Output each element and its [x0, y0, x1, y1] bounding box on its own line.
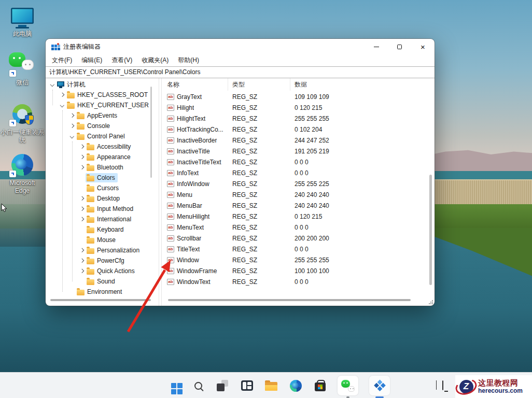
tree-item-control-panel[interactable]: Control Panel [46, 131, 159, 141]
chevron-right-icon[interactable] [78, 145, 86, 148]
menu-item-help[interactable]: 帮助(H) [173, 54, 204, 66]
tree-item-appevents[interactable]: AppEvents [46, 110, 159, 121]
chevron-down-icon[interactable] [49, 83, 56, 86]
value-type: REG_SZ [228, 93, 290, 101]
tree-item-personalization[interactable]: Personalization [46, 245, 159, 255]
chevron-down-icon[interactable] [59, 104, 66, 107]
store-button[interactable] [313, 379, 327, 392]
chevron-right-icon[interactable] [78, 249, 86, 252]
hidden-icons-button[interactable] [436, 381, 437, 390]
column-header-data[interactable]: 数据 [290, 78, 435, 91]
file-explorer-button[interactable] [264, 379, 278, 392]
desktop-icon-this-pc[interactable]: 此电脑 [2, 3, 43, 38]
tree-item-计算机[interactable]: 计算机 [46, 79, 159, 90]
chevron-right-icon[interactable] [78, 259, 86, 262]
registry-value-row[interactable]: abHilightREG_SZ0 120 215 [162, 102, 427, 113]
store-icon [315, 382, 326, 391]
widgets-button[interactable] [240, 379, 254, 392]
registry-value-row[interactable]: abMenuTextREG_SZ0 0 0 [162, 222, 427, 233]
chevron-right-icon[interactable] [78, 269, 86, 273]
menu-item-view[interactable]: 查看(V) [107, 54, 137, 66]
column-header-type[interactable]: 类型 [228, 78, 290, 91]
list-vertical-scrollbar[interactable] [429, 175, 432, 285]
tree-item-environment[interactable]: Environment [46, 287, 159, 297]
network-button[interactable] [442, 381, 443, 390]
registry-value-row[interactable]: abTitleTextREG_SZ0 0 0 [162, 244, 427, 254]
tree-item-quick-actions[interactable]: Quick Actions [46, 266, 159, 276]
titlebar[interactable]: 注册表编辑器 × [46, 39, 435, 54]
registry-value-row[interactable]: abHotTrackingCo...REG_SZ0 102 204 [162, 124, 427, 135]
chevron-down-icon[interactable] [68, 135, 76, 138]
tree-item-international[interactable]: International [46, 214, 159, 224]
menu-item-edit[interactable]: 编辑(E) [77, 54, 107, 66]
desktop-icon-wechat[interactable]: 微信 [2, 52, 43, 87]
registry-value-row[interactable]: abGrayTextREG_SZ109 109 109 [162, 91, 427, 102]
tree-item-appearance[interactable]: Appearance [46, 152, 159, 162]
value-type: REG_SZ [228, 104, 290, 111]
tree-item-hkey_classes_root[interactable]: HKEY_CLASSES_ROOT [46, 90, 159, 100]
chevron-right-icon[interactable] [59, 93, 66, 96]
folder-icon [87, 259, 94, 264]
start-button[interactable] [167, 379, 180, 392]
registry-value-row[interactable]: abHilightTextREG_SZ255 255 255 [162, 113, 427, 124]
tree-item-cursors[interactable]: Cursors [46, 183, 159, 193]
registry-value-row[interactable]: abMenuHilightREG_SZ0 120 215 [162, 211, 427, 222]
folder-icon [77, 124, 85, 130]
registry-value-row[interactable]: abScrollbarREG_SZ200 200 200 [162, 233, 427, 244]
tree-item-sound[interactable]: Sound [46, 276, 159, 287]
registry-value-row[interactable]: abWindowTextREG_SZ0 0 0 [162, 276, 427, 287]
minimize-button[interactable] [365, 39, 388, 54]
chevron-right-icon[interactable] [78, 197, 86, 200]
value-data: 0 0 0 [290, 224, 427, 231]
tree-item-accessibility[interactable]: Accessibility [46, 141, 159, 152]
menu-item-file[interactable]: 文件(F) [47, 54, 77, 66]
tree-item-colors[interactable]: Colors [46, 173, 159, 183]
value-name-cell: abInactiveTitleText [167, 159, 228, 166]
registry-value-row[interactable]: abInfoTextREG_SZ0 0 0 [162, 167, 427, 178]
wechat-taskbar-button[interactable] [338, 376, 358, 395]
menu-item-favorites[interactable]: 收藏夹(A) [137, 54, 173, 66]
chevron-right-icon[interactable] [78, 155, 86, 159]
registry-value-row[interactable]: abWindowFrameREG_SZ100 100 100 [162, 265, 427, 276]
close-button[interactable]: × [411, 39, 435, 54]
registry-value-row[interactable]: abMenuREG_SZ240 240 240 [162, 189, 427, 200]
registry-value-row[interactable]: abInactiveTitleREG_SZ191 205 219 [162, 146, 427, 157]
address-bar[interactable]: 计算机\HKEY_CURRENT_USER\Control Panel\Colo… [46, 66, 435, 78]
chevron-right-icon[interactable] [78, 166, 86, 169]
registry-value-row[interactable]: abMenuBarREG_SZ240 240 240 [162, 200, 427, 211]
value-type: REG_SZ [228, 235, 290, 242]
registry-value-row[interactable]: abInactiveTitleTextREG_SZ0 0 0 [162, 157, 427, 167]
tree-item-bluetooth[interactable]: Bluetooth [46, 162, 159, 173]
volume-button[interactable] [449, 381, 452, 390]
tree-item-hkey_current_user[interactable]: HKEY_CURRENT_USER [46, 100, 159, 110]
tree-item-console[interactable]: Console [46, 121, 159, 131]
tree-item-keyboard[interactable]: Keyboard [46, 224, 159, 235]
search-button[interactable] [191, 379, 205, 392]
value-type: REG_SZ [228, 213, 290, 220]
desktop-icon-edge[interactable]: Microsoft Edge [2, 152, 43, 195]
registry-value-row[interactable]: abInactiveBorderREG_SZ244 247 252 [162, 135, 427, 146]
registry-value-row[interactable]: abWindowREG_SZ255 255 255 [162, 254, 427, 265]
maximize-button[interactable] [388, 39, 411, 54]
chevron-right-icon[interactable] [68, 114, 76, 117]
folder-icon [87, 228, 94, 233]
tree-item-mouse[interactable]: Mouse [46, 235, 159, 245]
regedit-cubes-icon [373, 379, 386, 392]
chevron-right-icon[interactable] [78, 207, 86, 210]
desktop-icon-xiaobai-reinstall[interactable]: 小白一键重装系统 [2, 102, 43, 144]
reg-sz-string-icon: ab [167, 126, 174, 133]
tree-horizontal-scrollbar[interactable] [50, 299, 151, 301]
chevron-right-icon[interactable] [68, 124, 76, 127]
tree-item-input-method[interactable]: Input Method [46, 204, 159, 214]
registry-value-row[interactable]: abInfoWindowREG_SZ255 255 225 [162, 178, 427, 189]
edge-button[interactable] [289, 379, 302, 392]
reg-sz-string-icon: ab [167, 159, 174, 165]
chevron-right-icon[interactable] [78, 218, 86, 221]
tree-item-desktop[interactable]: Desktop [46, 193, 159, 204]
task-view-button[interactable] [216, 379, 229, 392]
regedit-taskbar-button[interactable] [369, 376, 390, 395]
list-horizontal-scrollbar[interactable] [168, 299, 411, 301]
tree-item-powercfg[interactable]: PowerCfg [46, 255, 159, 266]
column-header-name[interactable]: 名称 [167, 78, 228, 91]
resize-grip[interactable] [429, 300, 433, 304]
